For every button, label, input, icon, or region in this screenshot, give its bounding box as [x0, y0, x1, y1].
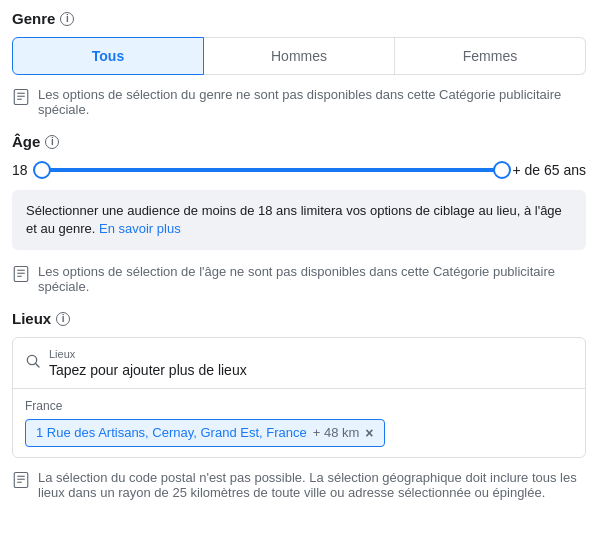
search-placeholder-text: Tapez pour ajouter plus de lieux: [49, 362, 247, 378]
svg-rect-0: [14, 90, 28, 105]
search-label-wrap: Lieux Tapez pour ajouter plus de lieux: [49, 348, 247, 377]
gender-button-group: Tous Hommes Femmes: [12, 37, 586, 75]
age-slider-row: 18 + de 65 ans: [12, 160, 586, 180]
lieux-section: Lieux i Lieux Tapez pour ajouter plus de…: [12, 310, 586, 501]
lieux-title: Lieux i: [12, 310, 586, 327]
gender-femmes-button[interactable]: Femmes: [395, 37, 586, 75]
lieux-label: Lieux: [12, 310, 51, 327]
lieux-footer-notice: La sélection du code postal n'est pas po…: [12, 468, 586, 502]
location-tag: 1 Rue des Artisans, Cernay, Grand Est, F…: [25, 419, 385, 447]
age-min-label: 18: [12, 162, 32, 178]
slider-thumb-left[interactable]: [33, 161, 51, 179]
slider-thumb-right[interactable]: [493, 161, 511, 179]
age-notice-text: Les options de sélection de l'âge ne son…: [38, 264, 586, 294]
lieux-notice-icon: [12, 471, 30, 489]
svg-rect-10: [14, 472, 28, 487]
age-warning-link[interactable]: En savoir plus: [99, 221, 181, 236]
lieux-search-row[interactable]: Lieux Tapez pour ajouter plus de lieux: [13, 338, 585, 388]
age-max-label: + de 65 ans: [512, 162, 586, 178]
genre-notice-icon: [12, 88, 30, 106]
age-label: Âge: [12, 133, 40, 150]
slider-track: [42, 168, 502, 172]
age-notice-icon: [12, 265, 30, 283]
genre-notice-text: Les options de sélection du genre ne son…: [38, 87, 586, 117]
lieux-notice-text: La sélection du code postal n'est pas po…: [38, 470, 586, 500]
genre-notice: Les options de sélection du genre ne son…: [12, 85, 586, 119]
gender-tous-button[interactable]: Tous: [12, 37, 204, 75]
age-section: Âge i 18 + de 65 ans Sélectionner une au…: [12, 133, 586, 296]
genre-title: Genre i: [12, 10, 586, 27]
genre-info-icon[interactable]: i: [60, 12, 74, 26]
location-name: 1 Rue des Artisans, Cernay, Grand Est, F…: [36, 425, 307, 440]
lieux-info-icon[interactable]: i: [56, 312, 70, 326]
location-km: + 48 km: [313, 425, 360, 440]
age-warning-box: Sélectionner une audience de moins de 18…: [12, 190, 586, 250]
svg-rect-4: [14, 267, 28, 282]
country-label: France: [25, 399, 573, 413]
age-notice: Les options de sélection de l'âge ne son…: [12, 262, 586, 296]
genre-label: Genre: [12, 10, 55, 27]
gender-hommes-button[interactable]: Hommes: [204, 37, 395, 75]
genre-section: Genre i Tous Hommes Femmes Les options d…: [12, 10, 586, 119]
search-field-label: Lieux: [49, 348, 247, 361]
lieux-search-container: Lieux Tapez pour ajouter plus de lieux F…: [12, 337, 586, 457]
svg-line-9: [35, 364, 39, 368]
lieux-country-section: France 1 Rue des Artisans, Cernay, Grand…: [13, 389, 585, 457]
search-icon: [25, 353, 41, 372]
location-remove-button[interactable]: ×: [365, 425, 373, 441]
age-info-icon[interactable]: i: [45, 135, 59, 149]
age-slider[interactable]: [42, 160, 502, 180]
age-title: Âge i: [12, 133, 586, 150]
